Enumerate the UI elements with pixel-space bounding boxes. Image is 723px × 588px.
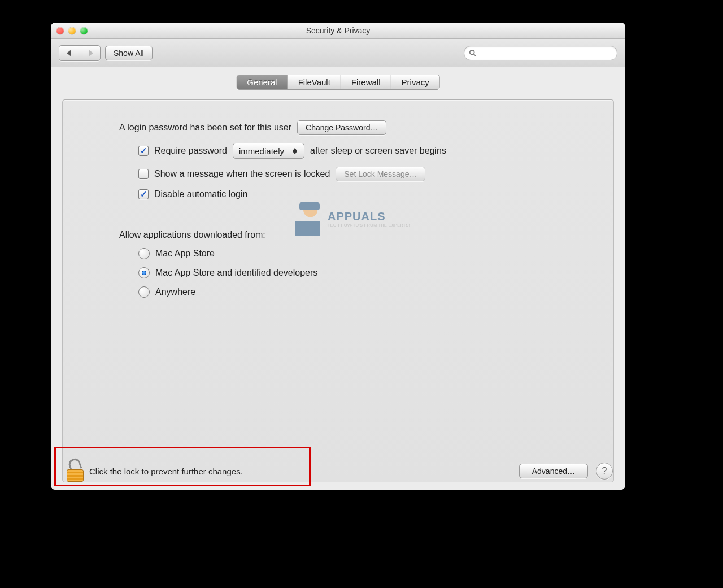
require-password-prefix: Require password bbox=[154, 146, 227, 156]
gatekeeper-radio-anywhere[interactable] bbox=[138, 286, 150, 298]
login-password-text: A login password has been set for this u… bbox=[119, 123, 291, 133]
require-password-suffix: after sleep or screen saver begins bbox=[310, 146, 446, 156]
gatekeeper-option-identified: Mac App Store and identified developers bbox=[155, 268, 317, 278]
settings-well: A login password has been set for this u… bbox=[62, 99, 614, 482]
tab-filevault[interactable]: FileVault bbox=[288, 75, 341, 89]
set-lock-message-button[interactable]: Set Lock Message… bbox=[336, 167, 425, 181]
help-icon: ? bbox=[602, 466, 607, 476]
window-title: Security & Privacy bbox=[51, 26, 625, 35]
lock-text: Click the lock to prevent further change… bbox=[89, 467, 243, 476]
preferences-window: Security & Privacy Show All General File… bbox=[51, 23, 625, 490]
show-all-button[interactable]: Show All bbox=[105, 46, 153, 60]
content-area: General FileVault Firewall Privacy A log… bbox=[51, 67, 625, 490]
forward-button[interactable] bbox=[80, 46, 100, 60]
svg-marker-0 bbox=[67, 50, 71, 56]
minimize-window-button[interactable] bbox=[68, 27, 76, 34]
search-icon bbox=[469, 49, 477, 57]
disable-auto-login-label: Disable automatic login bbox=[154, 189, 247, 199]
tab-firewall[interactable]: Firewall bbox=[341, 75, 391, 89]
show-lock-message-label: Show a message when the screen is locked bbox=[154, 169, 330, 179]
svg-line-3 bbox=[474, 54, 476, 56]
titlebar: Security & Privacy bbox=[51, 23, 625, 39]
close-window-button[interactable] bbox=[56, 27, 64, 34]
require-password-checkbox[interactable] bbox=[138, 146, 149, 156]
tab-privacy[interactable]: Privacy bbox=[391, 75, 439, 89]
footer: Click the lock to prevent further change… bbox=[51, 452, 625, 490]
search-field[interactable] bbox=[464, 46, 617, 60]
svg-marker-1 bbox=[89, 50, 93, 56]
gatekeeper-option-appstore: Mac App Store bbox=[155, 249, 215, 259]
require-password-delay-value: immediately bbox=[239, 146, 284, 156]
show-lock-message-checkbox[interactable] bbox=[138, 169, 149, 179]
change-password-button[interactable]: Change Password… bbox=[297, 120, 386, 135]
nav-back-forward bbox=[59, 45, 101, 61]
lock-toggle[interactable]: Click the lock to prevent further change… bbox=[63, 458, 246, 484]
disable-auto-login-checkbox[interactable] bbox=[138, 189, 149, 199]
tab-bar: General FileVault Firewall Privacy bbox=[236, 75, 440, 90]
toolbar: Show All bbox=[51, 39, 625, 68]
tab-general[interactable]: General bbox=[237, 75, 287, 89]
help-button[interactable]: ? bbox=[596, 463, 613, 480]
gatekeeper-option-anywhere: Anywhere bbox=[155, 287, 195, 297]
lock-open-icon bbox=[67, 460, 84, 482]
zoom-window-button[interactable] bbox=[80, 27, 88, 34]
back-button[interactable] bbox=[59, 46, 80, 60]
window-controls bbox=[56, 27, 88, 34]
advanced-button[interactable]: Advanced… bbox=[519, 464, 588, 478]
gatekeeper-radio-appstore[interactable] bbox=[138, 248, 150, 259]
gatekeeper-heading: Allow applications downloaded from: bbox=[119, 230, 265, 240]
search-input[interactable] bbox=[479, 49, 612, 58]
select-stepper-icon bbox=[290, 146, 300, 156]
require-password-delay-select[interactable]: immediately bbox=[233, 143, 304, 159]
gatekeeper-radio-identified[interactable] bbox=[138, 267, 150, 278]
